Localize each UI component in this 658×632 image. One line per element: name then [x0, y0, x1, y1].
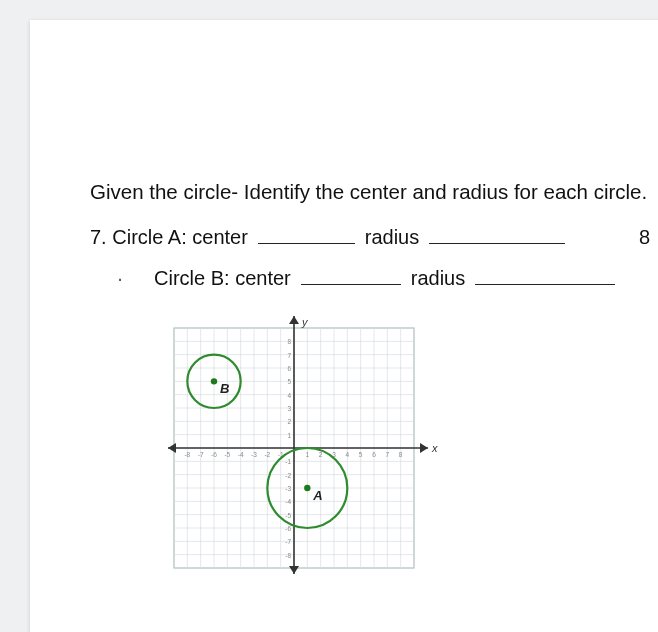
- svg-text:8: 8: [287, 338, 291, 345]
- svg-text:4: 4: [346, 451, 350, 458]
- svg-text:-4: -4: [238, 451, 244, 458]
- bullet-icon: ·: [90, 267, 150, 290]
- svg-text:-8: -8: [184, 451, 190, 458]
- svg-marker-42: [168, 443, 176, 453]
- svg-text:-2: -2: [264, 451, 270, 458]
- svg-point-80: [304, 485, 310, 491]
- svg-text:B: B: [220, 381, 229, 396]
- radius-label-b: radius: [411, 267, 465, 290]
- svg-text:1: 1: [287, 432, 291, 439]
- svg-text:7: 7: [287, 352, 291, 359]
- question-b-row: · Circle B: center radius: [90, 267, 650, 290]
- svg-text:-7: -7: [285, 538, 291, 545]
- svg-text:-6: -6: [211, 451, 217, 458]
- blank-radius-a[interactable]: [429, 243, 565, 244]
- next-question-partial: 8: [639, 226, 650, 249]
- blank-center-b[interactable]: [301, 284, 401, 285]
- coordinate-graph: yx-8-8-7-7-6-6-5-5-4-4-3-3-2-2-1-1112233…: [154, 308, 650, 588]
- svg-text:4: 4: [287, 392, 291, 399]
- svg-text:-5: -5: [285, 512, 291, 519]
- blank-center-a[interactable]: [258, 243, 355, 244]
- svg-text:7: 7: [386, 451, 390, 458]
- svg-marker-41: [420, 443, 428, 453]
- svg-text:-2: -2: [285, 472, 291, 479]
- radius-label-a: radius: [365, 226, 419, 249]
- instruction-text: Given the circle- Identify the center an…: [90, 180, 650, 204]
- document-page: Given the circle- Identify the center an…: [30, 20, 658, 632]
- svg-text:-4: -4: [285, 498, 291, 505]
- svg-text:6: 6: [372, 451, 376, 458]
- svg-text:5: 5: [287, 378, 291, 385]
- svg-text:-3: -3: [251, 451, 257, 458]
- blank-radius-b[interactable]: [475, 284, 615, 285]
- graph-svg: yx-8-8-7-7-6-6-5-5-4-4-3-3-2-2-1-1112233…: [154, 308, 454, 588]
- svg-text:-1: -1: [285, 458, 291, 465]
- svg-text:-8: -8: [285, 552, 291, 559]
- question-7-row: 7. Circle A: center radius 8: [90, 226, 650, 249]
- svg-text:6: 6: [287, 365, 291, 372]
- svg-marker-44: [289, 566, 299, 574]
- svg-point-83: [211, 378, 217, 384]
- svg-text:-7: -7: [198, 451, 204, 458]
- svg-text:-6: -6: [285, 525, 291, 532]
- svg-text:y: y: [301, 316, 309, 328]
- question-number: 7. Circle A: center: [90, 226, 248, 249]
- circle-b-label: Circle B: center: [154, 267, 291, 290]
- svg-text:x: x: [431, 442, 438, 454]
- svg-text:1: 1: [306, 451, 310, 458]
- svg-text:A: A: [312, 488, 322, 503]
- svg-text:8: 8: [399, 451, 403, 458]
- svg-text:-3: -3: [285, 485, 291, 492]
- svg-text:3: 3: [287, 405, 291, 412]
- svg-text:2: 2: [287, 418, 291, 425]
- svg-text:-5: -5: [224, 451, 230, 458]
- svg-marker-43: [289, 316, 299, 324]
- svg-text:5: 5: [359, 451, 363, 458]
